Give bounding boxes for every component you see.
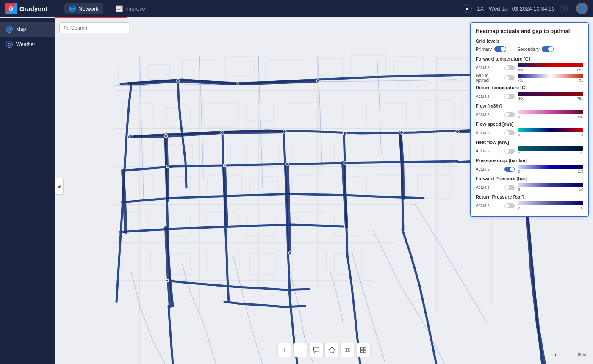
return-temp-colorbar-wrap: 40c 75c xyxy=(518,92,583,101)
flow-labels: 0 300 xyxy=(518,115,583,119)
primary-toggle[interactable] xyxy=(494,46,506,52)
nav-improve-label: Improve xyxy=(125,6,145,12)
filter-button[interactable] xyxy=(341,343,355,357)
primary-label: Primary xyxy=(476,47,492,52)
svg-point-68 xyxy=(343,132,346,135)
fwdpressure-min: 2 xyxy=(518,188,520,192)
flow-max: 300 xyxy=(577,115,583,119)
polygon-icon xyxy=(329,347,335,353)
secondary-toggle[interactable] xyxy=(542,46,554,52)
pressuredrop-colorbar xyxy=(518,165,583,169)
returnpressure-max: 10 xyxy=(579,206,583,210)
heatmap-panel-title: Heatmap actuals and gap to optimal xyxy=(476,28,583,34)
return-temp-min: 40c xyxy=(518,97,524,101)
logo-icon: G xyxy=(5,3,17,14)
main-area: Map Weather xyxy=(0,18,593,364)
zoom-out-button[interactable]: − xyxy=(294,343,308,357)
nav-improve[interactable]: 📈 Improve xyxy=(111,3,150,14)
return-temp-max: 75c xyxy=(577,97,583,101)
play-button[interactable]: ▶ xyxy=(463,4,472,13)
svg-point-85 xyxy=(348,350,349,351)
sidebar-item-map[interactable]: Map xyxy=(0,22,55,37)
svg-point-72 xyxy=(223,164,226,167)
fwdpressure-actuals-toggle[interactable] xyxy=(504,185,515,190)
returnpressure-labels: 2 10 xyxy=(518,206,583,210)
sidebar-item-weather[interactable]: Weather xyxy=(0,37,55,52)
fwd-temp-actuals-label: Actuals xyxy=(476,65,501,70)
pressuredrop-actuals-row: Actuals 0 2.5 xyxy=(476,165,583,174)
flowspeed-actuals-label: Actuals xyxy=(476,130,501,135)
grid-icon xyxy=(360,347,366,353)
returnpressure-actuals-row: Actuals 2 10 xyxy=(476,201,583,210)
svg-rect-90 xyxy=(361,347,363,350)
network-icon: 🌐 xyxy=(69,5,76,12)
grid-levels-label: Grid levels xyxy=(476,39,583,44)
filter-icon xyxy=(345,347,351,353)
fwdpressure-colorbar-wrap: 2 10 xyxy=(518,183,583,192)
returnpressure-min: 2 xyxy=(518,206,520,210)
user-avatar[interactable]: 👤 xyxy=(576,3,588,14)
svg-rect-91 xyxy=(364,347,366,350)
gap-optimal-colorbar-wrap: -5c 5c xyxy=(518,74,583,83)
return-temp-labels: 40c 75c xyxy=(518,97,583,101)
gap-max: 5c xyxy=(579,78,583,83)
svg-point-67 xyxy=(283,130,286,133)
fwdpressure-colorbar xyxy=(518,183,583,187)
return-temp-actuals-label: Actuals xyxy=(476,94,501,99)
flowspeed-actuals-toggle[interactable] xyxy=(504,130,515,135)
pressuredrop-labels: 0 2.5 xyxy=(518,169,583,174)
top-navigation: G Gradyent 🌐 Network 📈 Improve ▶ 1X Wed … xyxy=(0,0,593,17)
svg-point-0 xyxy=(8,28,11,30)
returnpressure-actuals-toggle[interactable] xyxy=(504,203,515,208)
comment-icon xyxy=(313,347,319,353)
heatflow-title: Heat flow [MW] xyxy=(476,140,583,145)
grid-levels-section: Grid levels Primary Secondary xyxy=(476,39,583,52)
zoom-in-button[interactable]: + xyxy=(278,343,292,357)
heatflow-colorbar-wrap: 0 15 xyxy=(518,146,583,155)
gap-min: -5c xyxy=(518,78,524,83)
polygon-button[interactable] xyxy=(325,343,339,357)
flowspeed-colorbar-wrap: 0 3 xyxy=(518,128,583,137)
fwdpressure-labels: 2 10 xyxy=(518,188,583,192)
primary-grid-item: Primary xyxy=(476,46,506,52)
flowspeed-actuals-row: Actuals 0 3 xyxy=(476,128,583,137)
fwd-temp-actuals-toggle[interactable] xyxy=(504,65,515,70)
flowspeed-colorbar xyxy=(518,128,583,132)
flowspeed-labels: 0 3 xyxy=(518,133,583,137)
fwdpressure-title: Forward Pressure [bar] xyxy=(476,176,583,181)
fwd-temp-title: Forward temperature [C] xyxy=(476,56,583,61)
gap-optimal-toggle[interactable] xyxy=(504,75,515,80)
pressuredrop-actuals-toggle[interactable] xyxy=(504,167,515,172)
return-temp-actuals-toggle[interactable] xyxy=(504,94,515,99)
heatmap-panel: Heatmap actuals and gap to optimal Grid … xyxy=(470,22,589,217)
gap-optimal-labels: -5c 5c xyxy=(518,78,583,83)
svg-point-73 xyxy=(286,163,288,165)
gap-optimal-label: Gap to optimal xyxy=(476,73,501,83)
search-input[interactable] xyxy=(71,25,125,31)
svg-point-79 xyxy=(288,252,291,254)
grid-button[interactable] xyxy=(356,343,371,357)
svg-marker-83 xyxy=(330,347,335,353)
collapse-sidebar-button[interactable]: ◀ xyxy=(55,178,64,195)
pressuredrop-colorbar-wrap: 0 2.5 xyxy=(518,165,583,174)
svg-point-70 xyxy=(456,130,459,133)
nav-center-controls: ▶ 1X Wed Jan 03 2024 10:34:55 ? xyxy=(463,4,568,13)
fwd-temp-actuals-row: Actuals 65c 105c xyxy=(476,63,583,72)
help-icon[interactable]: ? xyxy=(560,5,568,12)
nav-network[interactable]: 🌐 Network xyxy=(64,3,103,14)
nav-right: 👤 xyxy=(576,3,588,14)
svg-point-1 xyxy=(8,43,11,46)
fwd-temp-colorbar xyxy=(518,63,583,67)
search-bar xyxy=(59,22,129,33)
pressuredrop-min: 0 xyxy=(518,169,520,174)
search-icon xyxy=(64,25,69,30)
comment-button[interactable] xyxy=(309,343,324,357)
svg-point-71 xyxy=(166,165,169,168)
fwd-temp-min: 65c xyxy=(518,68,524,72)
logo-text: Gradyent xyxy=(19,5,47,12)
flow-actuals-toggle[interactable] xyxy=(504,112,515,117)
returnpressure-section: Return Pressure [bar] Actuals 2 10 xyxy=(476,194,583,210)
svg-point-65 xyxy=(164,134,168,138)
fwdpressure-actuals-label: Actuals xyxy=(476,185,501,190)
heatflow-actuals-toggle[interactable] xyxy=(504,149,515,154)
